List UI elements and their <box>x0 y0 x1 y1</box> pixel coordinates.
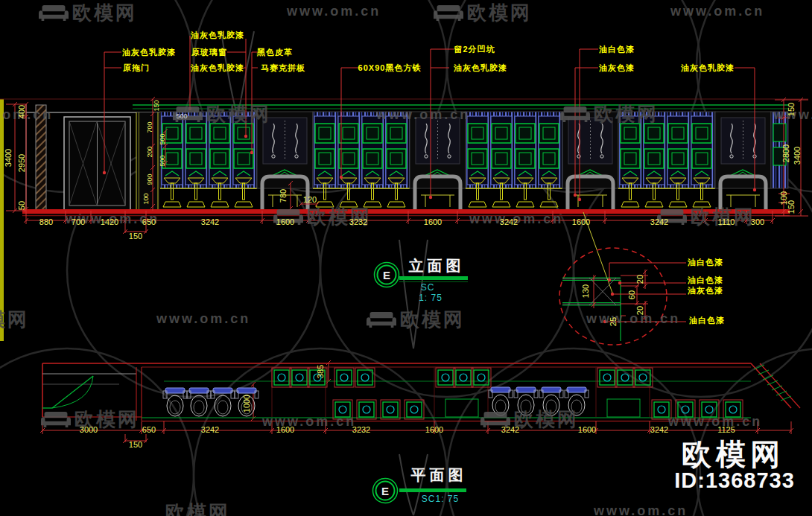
image-id-text: ID:1368733 <box>674 470 795 491</box>
logo-block: 欧模网 ID:1368733 <box>0 0 812 516</box>
site-logo-text: 欧模网 <box>682 439 784 469</box>
cad-canvas: www.om.cn www.om.cn www.om.cn www.om.cn … <box>0 0 812 516</box>
